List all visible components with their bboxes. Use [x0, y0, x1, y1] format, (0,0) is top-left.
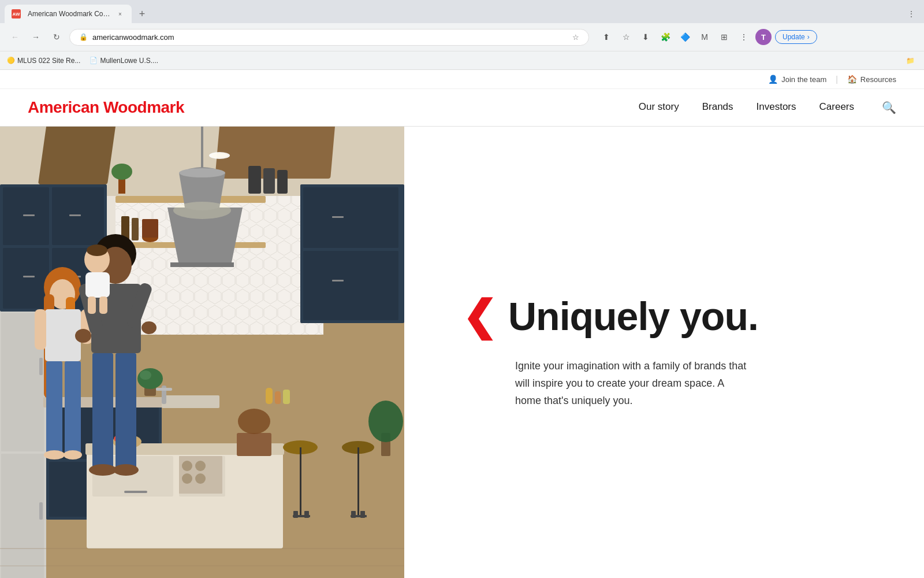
tab-bar: AW American Woodmark Corporat... × + ⋮ — [0, 0, 924, 23]
svg-rect-6 — [38, 127, 116, 184]
svg-point-107 — [113, 464, 139, 476]
new-tab-button[interactable]: + — [134, 6, 150, 22]
nav-investors[interactable]: Investors — [757, 101, 796, 114]
profile-icon[interactable]: 🔷 — [677, 29, 693, 45]
toolbar-icons: ⬆ ☆ ⬇ 🧩 🔷 M ⊞ ⋮ T Update › — [598, 29, 817, 45]
search-icon[interactable]: 🔍 — [882, 101, 896, 114]
header-top-nav: 👤 Join the team | 🏠 Resources — [0, 70, 924, 89]
address-icons: ☆ — [572, 33, 579, 42]
user-profile-button[interactable]: T — [755, 29, 772, 45]
svg-rect-25 — [248, 166, 261, 194]
svg-rect-69 — [300, 447, 301, 517]
svg-rect-13 — [3, 248, 49, 309]
red-chevron-icon: ❮ — [462, 295, 497, 337]
nav-brands[interactable]: Brands — [702, 101, 733, 114]
svg-point-106 — [89, 464, 117, 476]
active-tab[interactable]: AW American Woodmark Corporat... × — [5, 5, 132, 23]
bookmarks-end: 📁 — [906, 57, 917, 65]
nav-careers[interactable]: Careers — [819, 101, 854, 114]
forward-button[interactable]: → — [28, 29, 44, 45]
tab-title: American Woodmark Corporat... — [28, 10, 112, 18]
nav-our-story[interactable]: Our story — [639, 101, 679, 114]
svg-rect-61 — [182, 461, 192, 471]
svg-rect-65 — [124, 491, 147, 493]
share-icon[interactable]: ⬆ — [598, 29, 614, 45]
update-button[interactable]: Update › — [775, 30, 817, 44]
svg-rect-77 — [360, 511, 365, 518]
svg-point-79 — [238, 409, 270, 434]
svg-point-115 — [140, 370, 151, 380]
gmail-icon[interactable]: M — [696, 29, 713, 45]
resources-label: Resources — [860, 75, 896, 84]
refresh-button[interactable]: ↻ — [49, 29, 65, 45]
download-icon[interactable]: ⬇ — [638, 29, 654, 45]
bookmark-label-mlus: MLUS 022 Site Re... — [17, 57, 80, 65]
svg-rect-112 — [99, 297, 107, 314]
svg-rect-110 — [85, 272, 110, 298]
svg-rect-17 — [23, 276, 35, 277]
svg-rect-118 — [266, 388, 273, 404]
svg-rect-27 — [277, 170, 288, 194]
bookmark-item-mlus[interactable]: 🟡 MLUS 022 Site Re... — [7, 57, 80, 65]
svg-point-96 — [64, 450, 82, 460]
other-bookmarks-icon: 📁 — [906, 57, 915, 65]
main-nav-row: American Woodmark Our story Brands Inves… — [0, 89, 924, 126]
grid-icon[interactable]: ⊞ — [716, 29, 732, 45]
address-bar[interactable]: 🔒 americanwoodmark.com ☆ — [69, 29, 589, 46]
site-logo[interactable]: American Woodmark — [28, 98, 184, 117]
svg-rect-16 — [69, 214, 81, 216]
bookmark-item-mullenlowe[interactable]: 📄 MullenLowe U.S.... — [90, 57, 158, 65]
svg-rect-7 — [215, 127, 336, 179]
join-team-link[interactable]: 👤 Join the team — [768, 75, 826, 84]
browser-chrome: AW American Woodmark Corporat... × + ⋮ ←… — [0, 0, 924, 70]
svg-rect-91 — [35, 309, 46, 350]
svg-rect-94 — [65, 361, 81, 454]
bookmark-favicon-mullenlowe: 📄 — [90, 57, 98, 64]
svg-rect-36 — [142, 219, 158, 238]
svg-rect-93 — [46, 361, 62, 454]
join-team-label: Join the team — [781, 75, 826, 84]
svg-rect-55 — [162, 395, 219, 408]
star-icon[interactable]: ☆ — [618, 29, 634, 45]
website: 👤 Join the team | 🏠 Resources American W… — [0, 70, 924, 578]
svg-rect-72 — [304, 511, 309, 518]
tab-favicon: AW — [12, 9, 21, 18]
resources-link[interactable]: 🏠 Resources — [847, 75, 896, 84]
svg-rect-34 — [132, 218, 139, 240]
bookmark-star-icon[interactable]: ☆ — [572, 33, 579, 42]
browser-end-button[interactable]: ⋮ — [903, 6, 919, 22]
site-header: 👤 Join the team | 🏠 Resources American W… — [0, 70, 924, 127]
svg-rect-104 — [92, 353, 113, 469]
svg-rect-21 — [303, 251, 398, 320]
svg-rect-47 — [39, 358, 43, 375]
menu-icon[interactable]: ⋮ — [736, 29, 752, 45]
lock-icon: 🔒 — [79, 33, 88, 41]
kitchen-illustration — [0, 127, 404, 578]
svg-rect-67 — [156, 388, 172, 391]
update-chevron: › — [807, 33, 810, 41]
svg-rect-120 — [283, 390, 290, 404]
svg-rect-15 — [23, 214, 35, 216]
extensions-icon[interactable]: 🧩 — [657, 29, 673, 45]
address-bar-row: ← → ↻ 🔒 americanwoodmark.com ☆ ⬆ ☆ ⬇ 🧩 🔷… — [0, 23, 924, 51]
bookmark-favicon-mlus: 🟡 — [7, 57, 15, 64]
main-nav: Our story Brands Investors Careers 🔍 — [639, 101, 896, 114]
svg-point-101 — [75, 329, 91, 343]
nav-divider: | — [836, 75, 838, 84]
svg-point-103 — [141, 321, 157, 334]
resources-icon: 🏠 — [847, 75, 857, 84]
svg-rect-71 — [293, 511, 298, 518]
svg-rect-64 — [195, 473, 206, 484]
tab-close-button[interactable]: × — [116, 9, 125, 18]
tab-bar-end: ⋮ — [903, 6, 919, 22]
svg-point-109 — [87, 244, 107, 256]
bookmarks-bar: 🟡 MLUS 022 Site Re... 📄 MullenLowe U.S..… — [0, 51, 924, 69]
hero-body-text: Ignite your imagination with a family of… — [462, 358, 751, 409]
hero-text-panel: ❮ Uniquely you. Ignite your imagination … — [404, 127, 924, 578]
svg-rect-62 — [195, 461, 206, 471]
svg-point-9 — [211, 153, 228, 158]
back-button[interactable]: ← — [7, 29, 23, 45]
person-icon: 👤 — [768, 75, 778, 84]
svg-rect-22 — [332, 216, 344, 218]
svg-point-41 — [179, 168, 225, 177]
